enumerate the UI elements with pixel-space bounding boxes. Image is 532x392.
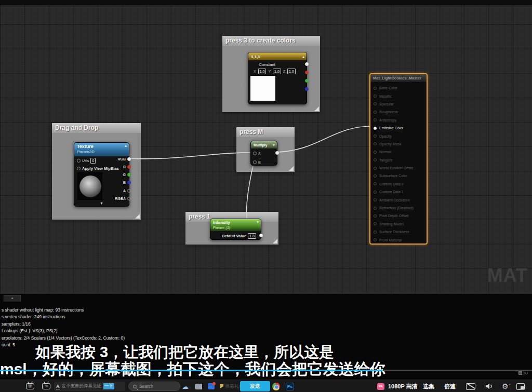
master-pin-metallic[interactable]: Metallic xyxy=(370,92,427,100)
comment-resize-handle[interactable] xyxy=(289,166,294,171)
player-settings-button[interactable]: ⚙ ^ xyxy=(502,380,511,392)
master-pin-specular[interactable]: Specular xyxy=(370,100,427,108)
comment-title[interactable]: press 3 to create colors xyxy=(222,36,320,46)
taskbar-search[interactable]: Search xyxy=(128,382,180,391)
uvs-value-field[interactable]: 0 xyxy=(90,158,96,164)
close-icon[interactable]: × xyxy=(11,296,14,301)
constant-r-output-pin[interactable] xyxy=(305,70,309,75)
danmaku-settings-button[interactable]: % xyxy=(42,380,50,392)
default-value-field[interactable]: 1.0 xyxy=(248,233,256,239)
danmaku-input[interactable]: A 发个友善的弹幕见证一下 xyxy=(54,382,125,391)
output-pin[interactable] xyxy=(259,234,263,237)
master-pin-shading-model[interactable]: Shading Model xyxy=(370,220,427,228)
master-pin-refraction-disabled[interactable]: Refraction (Disabled) xyxy=(370,204,427,212)
intensity-param-node[interactable]: Intensity Param (1) ▾ Default Value 1.0 xyxy=(210,219,261,240)
default-value-row[interactable]: Default Value 1.0 xyxy=(222,233,256,238)
collapse-chevron-icon[interactable]: ▾ xyxy=(257,220,259,224)
send-danmaku-button[interactable]: 发送 xyxy=(240,381,270,391)
constant-x-field[interactable]: 1.0 xyxy=(258,69,267,74)
comment-resize-handle[interactable] xyxy=(273,239,277,244)
master-pin-custom-data-1[interactable]: Custom Data 1 xyxy=(370,188,427,196)
output-pin[interactable] xyxy=(127,197,131,200)
playback-speed-menu[interactable]: 倍速 xyxy=(444,380,456,392)
mail-notification-icon[interactable] xyxy=(208,380,215,392)
texture-node-header[interactable]: Texture Param2D ▴ xyxy=(74,143,129,156)
master-material-node[interactable]: Mat_LightCookies_Master Base ColorMetall… xyxy=(369,73,428,245)
master-pin-normal[interactable]: Normal xyxy=(370,148,427,156)
master-pin-world-position-offset[interactable]: World Position Offset xyxy=(370,164,427,172)
constant-g-output-pin[interactable] xyxy=(305,78,309,83)
constant-b-output-pin[interactable] xyxy=(305,86,309,91)
master-pin-base-color[interactable]: Base Color xyxy=(370,84,427,92)
mipbias-row[interactable]: Apply View MipBias xyxy=(77,166,119,171)
comment-resize-handle[interactable] xyxy=(135,214,140,219)
collapse-chevron-icon[interactable]: ▴ xyxy=(125,143,127,148)
master-pin-custom-data-0[interactable]: Custom Data 0 xyxy=(370,180,427,188)
master-pin-tangent[interactable]: Tangent xyxy=(370,156,427,164)
video-progress-bar[interactable] xyxy=(0,370,532,371)
quality-menu[interactable]: 1080P 高清 xyxy=(388,380,418,392)
master-pin-emissive-color[interactable]: Emissive Color xyxy=(370,124,427,132)
intensity-node-header[interactable]: Intensity Param (1) ▾ xyxy=(210,219,261,231)
volume-button[interactable] xyxy=(485,380,494,392)
master-pin-opacity[interactable]: Opacity xyxy=(370,132,427,140)
constant-y-field[interactable]: 1.0 xyxy=(273,69,281,74)
chrome-icon[interactable] xyxy=(272,380,280,392)
comment-title[interactable]: Drag and Drop xyxy=(52,123,141,133)
texture-output-b[interactable]: B xyxy=(123,180,131,185)
comment-resize-handle[interactable] xyxy=(314,106,319,111)
master-pin-subsurface-color[interactable]: Subsurface Color xyxy=(370,172,427,180)
comment-title[interactable]: press M xyxy=(236,127,295,137)
intensity-output[interactable] xyxy=(259,233,263,238)
output-pin[interactable] xyxy=(305,71,309,74)
widescreen-button[interactable] xyxy=(516,380,525,392)
output-pin[interactable] xyxy=(127,165,131,169)
multiply-output[interactable] xyxy=(275,150,279,155)
master-node-title[interactable]: Mat_LightCookies_Master xyxy=(370,74,427,82)
multiply-node[interactable]: Multiply ▾ A B xyxy=(250,141,277,166)
expand-chevron-icon[interactable]: ▾ xyxy=(74,200,129,206)
photoshop-icon[interactable]: Ps xyxy=(286,380,294,392)
output-pin[interactable] xyxy=(127,181,131,184)
uvs-input-row[interactable]: UVs 0 xyxy=(77,158,96,163)
master-pin-anisotropy[interactable]: Anisotropy xyxy=(370,116,427,124)
stats-tab-close[interactable]: × xyxy=(4,295,21,302)
master-pin-front-material[interactable]: Front Material xyxy=(370,236,427,244)
constant-node[interactable]: 1,1,1 ▴ Constant X1.0 Y1.0 Z1.0 xyxy=(248,52,307,104)
output-pin[interactable] xyxy=(305,62,309,66)
uvs-input-pin[interactable] xyxy=(77,159,81,163)
task-view-icon[interactable] xyxy=(195,380,202,392)
collapse-chevron-icon[interactable]: ▴ xyxy=(302,53,304,61)
constant-z-field[interactable]: 1.0 xyxy=(287,69,296,74)
master-pin-opacity-mask[interactable]: Opacity Mask xyxy=(370,140,427,148)
texture-output-a[interactable]: A xyxy=(123,188,131,193)
player-badge-icon[interactable]: PA xyxy=(377,380,384,392)
multiply-input-a[interactable]: A xyxy=(253,151,261,156)
constant-value-output-pin[interactable] xyxy=(305,61,309,66)
master-pin-pixel-depth-offset[interactable]: Pixel Depth Offset xyxy=(370,212,427,220)
input-pin-b[interactable] xyxy=(253,160,257,164)
master-pin-roughness[interactable]: Roughness xyxy=(370,108,427,116)
danmaku-hide-toggle[interactable] xyxy=(466,380,475,392)
mipbias-checkbox[interactable] xyxy=(77,167,81,170)
multiply-input-b[interactable]: B xyxy=(253,159,261,165)
master-pin-ambient-occlusion[interactable]: Ambient Occlusion xyxy=(370,196,427,204)
output-pin[interactable] xyxy=(305,87,309,91)
texture-sample-node[interactable]: Texture Param2D ▴ UVs 0 Apply View MipBi… xyxy=(74,142,129,207)
weather-tray-icon[interactable]: ☁ xyxy=(182,380,189,392)
danmaku-style-icon[interactable]: A xyxy=(56,384,60,389)
material-graph-canvas[interactable]: press 3 to create colors Drag and Drop p… xyxy=(0,0,532,294)
output-pin[interactable] xyxy=(275,151,279,155)
multiply-node-header[interactable]: Multiply ▾ xyxy=(251,141,277,148)
texture-output-g[interactable]: G xyxy=(123,172,131,177)
collapse-chevron-icon[interactable]: ▾ xyxy=(273,142,275,149)
output-pin[interactable] xyxy=(127,189,131,193)
episodes-menu[interactable]: 选集 xyxy=(423,380,434,392)
texture-output-rgb[interactable]: RGB xyxy=(117,156,131,161)
constant-node-header[interactable]: 1,1,1 ▴ xyxy=(248,52,307,60)
output-pin[interactable] xyxy=(127,157,131,161)
output-pin[interactable] xyxy=(305,79,309,83)
danmaku-toggle-button[interactable]: 弹 xyxy=(26,380,34,392)
input-pin-a[interactable] xyxy=(253,152,257,155)
output-pin[interactable] xyxy=(127,173,131,177)
